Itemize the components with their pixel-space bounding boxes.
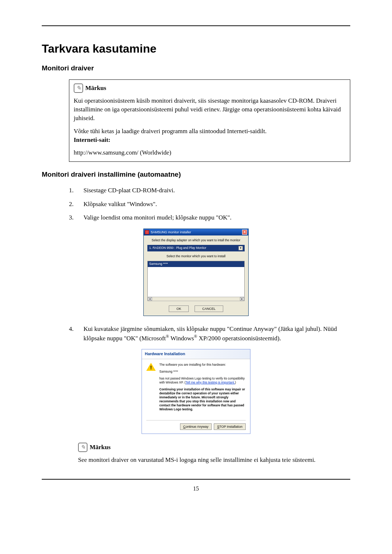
header-rule — [42, 25, 350, 26]
note-para1: Kui operatsioonisüsteem küsib monitori d… — [74, 97, 346, 122]
installer-screenshot: SAMSUNG monitor installer × Select the d… — [42, 229, 350, 316]
note-label: Märkus — [90, 443, 111, 452]
note2-text: See monitori draiver on varustatud MS-i … — [78, 456, 350, 464]
step-4: 4. Kui kuvatakse järgmine sõnumiaken, si… — [69, 325, 350, 342]
logo-testing-link[interactable]: Tell me why this testing is important. — [185, 381, 235, 384]
window-title: SAMSUNG monitor installer — [151, 230, 191, 235]
monitor-label: Select the monitor which you want to ins… — [147, 254, 245, 259]
inline-note: ✎ Märkus See monitori draiver on varusta… — [78, 443, 350, 464]
scrollbar-horizontal[interactable]: ◂ ▸ — [147, 297, 245, 301]
step-1: 1. Sisestage CD-plaat CD-ROM-draivi. — [69, 186, 350, 195]
continue-anyway-button[interactable]: Continue Anyway — [180, 423, 212, 430]
note-header: ✎ Märkus — [74, 83, 346, 93]
close-icon[interactable]: × — [242, 230, 247, 235]
step-number: 3. — [69, 213, 76, 222]
step-text: Kui kuvatakse järgmine sõnumiaken, siis … — [83, 325, 350, 342]
step-text: Sisestage CD-plaat CD-ROM-draivi. — [83, 186, 350, 195]
footer-rule — [42, 479, 350, 480]
note-icon: ✎ — [74, 83, 83, 93]
section-heading-driver: Monitori draiver — [42, 63, 350, 73]
note-body: Kui operatsioonisüsteem küsib monitori d… — [74, 97, 346, 157]
adapter-label: Select the display adapter on which you … — [147, 238, 245, 243]
note-label: Märkus — [85, 84, 106, 93]
hardware-install-screenshot: Hardware Installation ! The software you… — [42, 349, 350, 434]
note-box: ✎ Märkus Kui operatsioonisüsteem küsib m… — [69, 79, 350, 162]
titlebar: SAMSUNG monitor installer × — [144, 229, 248, 235]
chevron-down-icon[interactable]: ▾ — [238, 246, 243, 250]
steps-list-cont: 4. Kui kuvatakse järgmine sõnumiaken, si… — [69, 325, 350, 342]
step-3: 3. Valige loendist oma monitori mudel; k… — [69, 213, 350, 222]
step-number: 4. — [69, 325, 76, 342]
stop-installation-button[interactable]: STOP Installation — [214, 423, 246, 430]
installer-window: SAMSUNG monitor installer × Select the d… — [143, 229, 249, 316]
hw-message: The software you are installing for this… — [159, 363, 246, 414]
warning-icon: ! — [146, 363, 156, 372]
ok-button[interactable]: OK — [169, 305, 189, 312]
page-title: Tarkvara kasutamine — [42, 41, 350, 57]
monitor-item-selected[interactable]: Samsung **** — [148, 261, 244, 267]
step-text: Valige loendist oma monitori mudel; klõp… — [83, 213, 350, 222]
step-number: 2. — [69, 200, 76, 209]
note-url: http://www.samsung.com/ (Worldwide) — [74, 148, 346, 157]
section-heading-install: Monitori draiveri installimine (automaat… — [42, 170, 350, 180]
hw-warning-text: Continuing your installation of this sof… — [159, 387, 246, 411]
page-number: 15 — [42, 485, 350, 493]
step-text: Klõpsake valikut "Windows". — [83, 200, 350, 209]
steps-list: 1. Sisestage CD-plaat CD-ROM-draivi. 2. … — [69, 186, 350, 222]
cancel-button[interactable]: CANCEL — [195, 305, 223, 312]
step-number: 1. — [69, 186, 76, 195]
scroll-right-icon[interactable]: ▸ — [240, 297, 244, 301]
hardware-install-window: Hardware Installation ! The software you… — [142, 349, 250, 434]
internet-site-label: Interneti-sait: — [74, 136, 110, 143]
scroll-left-icon[interactable]: ◂ — [148, 297, 152, 301]
note-icon: ✎ — [78, 443, 87, 452]
app-icon — [145, 230, 149, 234]
step-2: 2. Klõpsake valikut "Windows". — [69, 200, 350, 209]
adapter-dropdown[interactable]: 1. RADEON 9550 : Plug and Play Monitor ▾ — [147, 245, 245, 251]
note-para2: Võtke tühi ketas ja laadige draiveri pro… — [74, 127, 346, 144]
monitor-list[interactable]: Samsung **** — [147, 261, 245, 297]
hw-title: Hardware Installation — [142, 349, 250, 359]
